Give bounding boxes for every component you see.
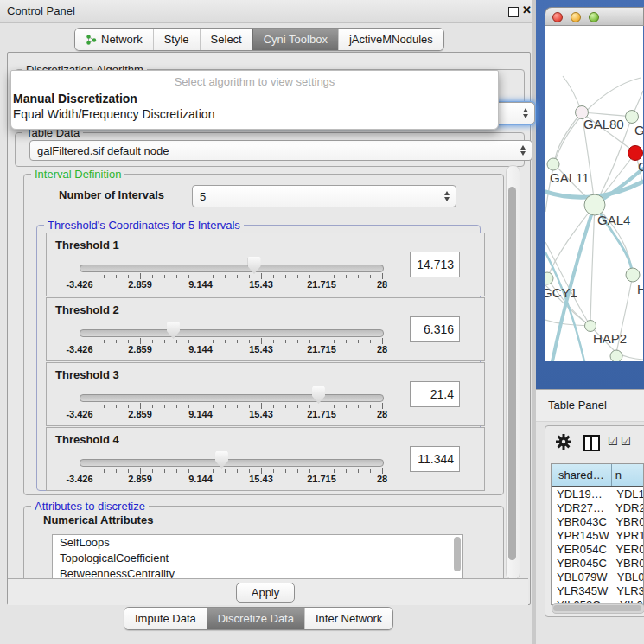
threshold-value-field[interactable]: 11.344 — [410, 446, 460, 472]
settings-vertical-scrollbar[interactable] — [506, 165, 520, 580]
network-edge — [545, 242, 590, 326]
table-panel: ☑ ☑ shared…n YDL19…YDL1YDR27…YDR2YBR043C… — [545, 425, 644, 617]
table-row[interactable]: YLR345WYLR3 — [552, 583, 643, 597]
settings-scroll-area: Interval Definition Number of Intervals … — [8, 165, 506, 578]
tab-select[interactable]: Select — [200, 29, 252, 50]
major-tick — [382, 273, 383, 279]
tab-jactivemnodules[interactable]: jActiveMNodules — [338, 29, 443, 50]
numerical-attributes-list[interactable]: SelfLoopsTopologicalCoefficientBetweenne… — [52, 534, 463, 578]
minor-tick — [188, 405, 189, 408]
minimize-traffic-light-icon[interactable] — [571, 12, 581, 22]
table-row[interactable]: YDL19…YDL1 — [552, 487, 643, 501]
table-row[interactable]: YBL079WYBL0 — [552, 570, 643, 583]
network-node-gal11[interactable] — [547, 158, 559, 170]
minor-tick — [358, 469, 359, 473]
attribute-item-topologicalcoefficient[interactable]: TopologicalCoefficient — [53, 551, 462, 566]
network-node-label: GAL4 — [597, 213, 630, 227]
slider-track[interactable] — [80, 265, 384, 272]
algorithm-option-manual-discretization[interactable]: Manual Discretization — [13, 92, 137, 105]
slider-track[interactable] — [80, 459, 384, 467]
tick-label: 15.43 — [249, 344, 273, 354]
minor-tick — [346, 469, 347, 473]
minor-tick — [213, 469, 214, 473]
table-row[interactable]: YBR043CYBR0 — [552, 514, 643, 528]
scrollbar-thumb[interactable] — [508, 187, 516, 560]
float-window-icon[interactable] — [508, 7, 519, 17]
minor-tick — [249, 405, 250, 408]
attribute-item-selfloops[interactable]: SelfLoops — [53, 535, 462, 551]
network-window-titlebar[interactable] — [545, 7, 644, 26]
major-tick — [140, 338, 141, 344]
minor-tick — [152, 275, 153, 278]
algorithm-option-equal-width-frequency-discretization[interactable]: Equal Width/Frequency Discretization — [13, 107, 214, 121]
tick-label: 9.144 — [188, 409, 213, 419]
network-node-c[interactable] — [628, 146, 643, 161]
major-tick — [261, 468, 262, 474]
gear-icon[interactable] — [556, 434, 571, 450]
tick-label: -3.426 — [66, 344, 92, 354]
tab-cyni-toolbox[interactable]: Cyni Toolbox — [252, 29, 338, 50]
network-canvas[interactable]: GAL80GACGAL11GAL4GCY1HHAP2 — [545, 26, 643, 361]
checkbox-icon[interactable]: ☑ — [621, 435, 631, 448]
tab-network[interactable]: Network — [75, 29, 153, 50]
tick-label: -3.426 — [66, 279, 92, 290]
tab-impute-data[interactable]: Impute Data — [124, 608, 207, 629]
major-tick — [140, 403, 141, 409]
major-tick — [80, 338, 80, 344]
algorithm-placeholder-option[interactable]: Select algorithm to view settings — [11, 75, 498, 88]
minor-tick — [334, 275, 335, 278]
threshold-value-field[interactable]: 14.713 — [410, 252, 460, 277]
tab-infer-network[interactable]: Infer Network — [304, 608, 392, 629]
tab-label: Discretize Data — [218, 612, 294, 625]
zoom-traffic-light-icon[interactable] — [589, 12, 599, 22]
threshold-value-field[interactable]: 6.316 — [410, 316, 460, 342]
threshold-value-field[interactable]: 21.4 — [410, 381, 460, 407]
minor-tick — [104, 469, 105, 473]
close-icon[interactable]: ✕ — [522, 3, 532, 16]
network-node-hap2[interactable] — [585, 321, 596, 332]
tab-label: Select — [211, 33, 242, 46]
attribute-item-betweennesscentrality[interactable]: BetweennessCentrality — [53, 566, 462, 578]
num-intervals-combobox[interactable]: 5 — [192, 185, 456, 207]
table-row[interactable]: YDR27…YDR2 — [552, 501, 643, 514]
column-header-2[interactable]: n — [612, 464, 643, 486]
list-scrollbar-thumb[interactable] — [454, 537, 461, 571]
network-node-gcy1[interactable] — [545, 272, 553, 284]
tab-label: Style — [164, 33, 189, 46]
control-panel-titlebar: Control Panel ✕ — [0, 0, 534, 23]
table-row[interactable]: YPR145WYPR1 — [552, 528, 643, 542]
close-traffic-light-icon[interactable] — [552, 12, 563, 22]
table-data-combobox[interactable]: galFiltered.sif default node — [29, 140, 532, 161]
tab-discretize-data[interactable]: Discretize Data — [207, 608, 304, 629]
slider-track[interactable] — [80, 329, 384, 337]
minor-tick — [128, 405, 129, 408]
network-node[interactable] — [610, 350, 622, 361]
tab-label: Infer Network — [316, 612, 382, 625]
split-columns-icon[interactable] — [583, 435, 600, 451]
cell-name: YER0 — [609, 543, 643, 556]
slider-track[interactable] — [80, 394, 384, 402]
network-node-ga[interactable] — [626, 111, 639, 124]
minor-tick — [213, 275, 214, 278]
table-row[interactable]: YBR045CYBR0 — [552, 556, 643, 570]
minor-tick — [92, 405, 92, 408]
apply-button[interactable]: Apply — [236, 583, 295, 603]
minor-tick — [225, 275, 226, 278]
minor-tick — [176, 469, 177, 473]
major-tick — [382, 403, 383, 409]
minor-tick — [152, 340, 153, 343]
tab-style[interactable]: Style — [153, 29, 200, 50]
table-row[interactable]: YER054CYER0 — [552, 542, 643, 556]
minor-tick — [225, 469, 226, 473]
checkbox-icon[interactable]: ☑ — [608, 435, 618, 448]
minor-tick — [249, 275, 250, 278]
table-data-value: galFiltered.sif default node — [37, 144, 169, 157]
group-title: Interval Definition — [31, 168, 124, 181]
network-node-h[interactable] — [626, 268, 640, 282]
table-horizontal-scrollbar[interactable] — [552, 603, 644, 614]
network-icon — [86, 34, 97, 46]
minor-tick — [188, 469, 189, 473]
tick-label: 21.715 — [307, 474, 336, 484]
scrollbar-thumb[interactable] — [553, 605, 641, 611]
column-header-1[interactable]: shared… — [552, 464, 612, 486]
